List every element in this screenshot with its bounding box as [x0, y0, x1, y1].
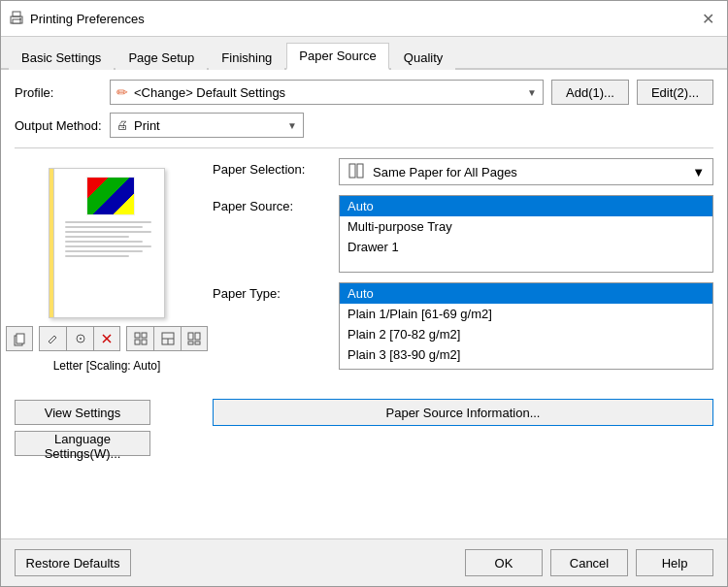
svg-rect-2	[13, 19, 20, 23]
pages-icon	[347, 162, 365, 182]
tabs-bar: Basic Settings Page Setup Finishing Pape…	[1, 37, 727, 70]
list-item[interactable]: Plain 4 [91-105 g/m2]	[340, 365, 712, 370]
tab-quality[interactable]: Quality	[391, 45, 455, 70]
output-label: Output Method:	[15, 118, 102, 133]
paper-selection-arrow: ▼	[692, 165, 705, 179]
settings-panel: Paper Selection: Same Paper for	[213, 158, 713, 529]
tab-paper-source[interactable]: Paper Source	[286, 43, 389, 70]
preview-copy-icon[interactable]	[6, 326, 33, 351]
preview-panel: Letter [Scaling: Auto] View Settings Lan…	[15, 158, 199, 529]
profile-row: Profile: ✏ <Change> Default Settings ▼ A…	[1, 70, 727, 113]
paper-source-row: Paper Source: Auto Multi-purpose Tray Dr…	[213, 195, 713, 273]
paper-color-preview	[86, 177, 135, 215]
svg-rect-21	[349, 164, 355, 178]
preview-multipage-button[interactable]	[181, 326, 208, 351]
svg-point-3	[19, 18, 21, 20]
paper-type-listbox[interactable]: Auto Plain 1/Plain [61-69 g/m2] Plain 2 …	[339, 282, 713, 370]
list-item[interactable]: Drawer 1	[340, 237, 712, 257]
preview-edit-button[interactable]	[39, 326, 66, 351]
list-item[interactable]: Plain 1/Plain [61-69 g/m2]	[340, 304, 712, 324]
printer-icon	[9, 11, 24, 26]
tab-page-setup[interactable]: Page Setup	[116, 45, 207, 70]
printing-preferences-window: Printing Preferences ✕ Basic Settings Pa…	[0, 0, 728, 587]
footer: Restore Defaults OK Cancel Help	[1, 538, 727, 586]
list-item[interactable]: Auto	[340, 196, 712, 216]
list-item[interactable]: Auto	[340, 283, 712, 304]
paper-type-row: Paper Type: Auto Plain 1/Plain [61-69 g/…	[213, 282, 713, 370]
profile-value: <Change> Default Settings	[134, 85, 285, 100]
cancel-button[interactable]: Cancel	[550, 549, 628, 576]
title-bar: Printing Preferences ✕	[1, 1, 727, 37]
svg-rect-11	[142, 333, 147, 338]
profile-label: Profile:	[15, 85, 102, 100]
paper-source-label: Paper Source:	[213, 195, 329, 213]
preview-label: Letter [Scaling: Auto]	[53, 359, 161, 373]
ok-button[interactable]: OK	[465, 549, 543, 576]
svg-rect-18	[195, 333, 200, 340]
paper-selection-dropdown[interactable]: Same Paper for All Pages ▼	[339, 158, 713, 185]
paper-lines	[65, 221, 156, 257]
language-settings-button[interactable]: Language Settings(W)...	[15, 431, 150, 456]
preview-pen-button[interactable]	[66, 326, 93, 351]
content-area: Profile: ✏ <Change> Default Settings ▼ A…	[1, 70, 727, 538]
svg-rect-5	[17, 334, 24, 343]
svg-rect-20	[195, 342, 200, 344]
main-content: Letter [Scaling: Auto] View Settings Lan…	[1, 148, 727, 538]
paper-source-listbox[interactable]: Auto Multi-purpose Tray Drawer 1	[339, 195, 713, 273]
paper-selection-value: Same Paper for All Pages	[373, 165, 517, 179]
svg-rect-17	[188, 333, 193, 340]
svg-rect-1	[13, 12, 20, 16]
paper-source-info-button[interactable]: Paper Source Information...	[213, 399, 713, 426]
list-item[interactable]: Multi-purpose Tray	[340, 216, 712, 237]
svg-rect-13	[142, 340, 147, 344]
help-button[interactable]: Help	[636, 549, 713, 576]
window-title: Printing Preferences	[30, 12, 145, 26]
list-item[interactable]: Plain 3 [83-90 g/m2]	[340, 344, 712, 365]
svg-point-7	[80, 338, 82, 340]
tab-finishing[interactable]: Finishing	[209, 45, 284, 70]
paper-selection-row: Paper Selection: Same Paper for	[213, 158, 713, 185]
close-button[interactable]: ✕	[696, 7, 719, 30]
view-settings-button[interactable]: View Settings	[15, 400, 150, 425]
output-dropdown-arrow: ▼	[287, 120, 297, 131]
svg-rect-19	[188, 342, 193, 344]
svg-rect-10	[135, 333, 140, 338]
restore-defaults-button[interactable]: Restore Defaults	[15, 549, 131, 576]
profile-dropdown-arrow: ▼	[527, 87, 537, 98]
profile-select[interactable]: ✏ <Change> Default Settings ▼	[110, 80, 544, 105]
preview-clear-button[interactable]	[93, 326, 120, 351]
print-icon: 🖨	[116, 118, 128, 132]
svg-rect-22	[357, 164, 363, 178]
preview-layout-button[interactable]	[153, 326, 181, 351]
add-button[interactable]: Add(1)...	[551, 80, 629, 105]
output-value: Print	[134, 118, 160, 133]
paper-type-label: Paper Type:	[213, 282, 329, 301]
edit-button[interactable]: Edit(2)...	[637, 80, 713, 105]
paper-preview	[49, 168, 165, 318]
svg-rect-12	[135, 340, 140, 344]
paper-selection-label: Paper Selection:	[213, 158, 329, 177]
preview-grid-button[interactable]	[126, 326, 153, 351]
tab-basic-settings[interactable]: Basic Settings	[9, 45, 114, 70]
pencil-icon: ✏	[116, 84, 128, 100]
paper-yellow-strip	[50, 169, 54, 317]
title-bar-left: Printing Preferences	[9, 11, 145, 26]
list-item[interactable]: Plain 2 [70-82 g/m2]	[340, 324, 712, 344]
output-select[interactable]: 🖨 Print ▼	[110, 113, 304, 138]
output-row: Output Method: 🖨 Print ▼	[1, 113, 727, 147]
